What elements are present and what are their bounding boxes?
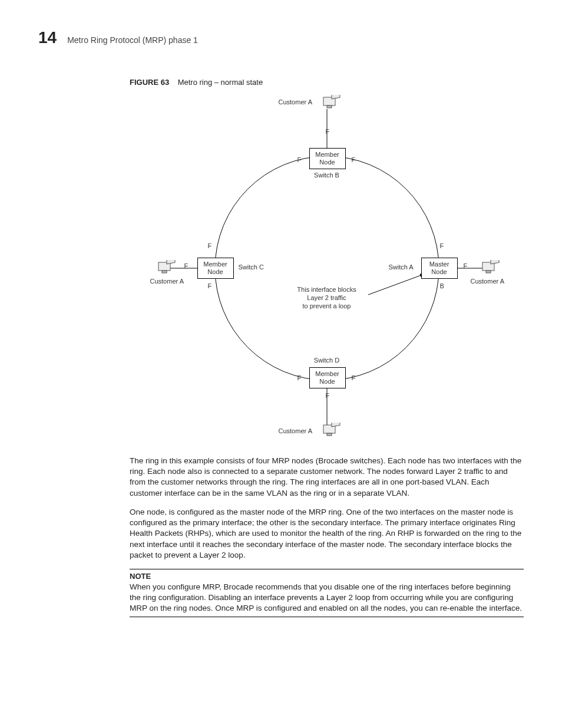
svg-rect-14 [167,260,175,264]
switch-label-c: Switch C [239,263,264,271]
port-f: F [352,156,356,163]
note-heading: NOTE [130,572,524,581]
svg-rect-10 [327,433,332,436]
switch-label-b: Switch B [314,172,339,179]
port-f: F [464,262,468,269]
svg-rect-11 [332,423,340,427]
note-rule-bottom [130,617,524,617]
pc-icon [480,260,500,275]
master-node: MasterNode [421,258,458,279]
figure-caption: FIGURE 63 Metro ring – normal state [130,78,524,87]
annotation-text: This interface blocksLayer 2 trafficto p… [297,286,356,310]
member-node-left: MemberNode [197,258,234,279]
body-paragraph-1: The ring in this example consists of fou… [130,456,524,499]
svg-rect-7 [327,106,332,108]
note-rule-top [130,569,524,569]
port-f: F [208,242,212,249]
svg-rect-16 [486,271,491,273]
port-f: F [352,374,356,381]
member-node-bottom: MemberNode [309,367,346,388]
switch-label-a: Switch A [389,263,414,271]
chapter-number: 14 [38,28,57,47]
figure-label: FIGURE 63 [130,78,169,87]
customer-label-right: Customer A [471,278,504,285]
member-node-top: MemberNode [309,148,346,169]
customer-label-top: Customer A [279,98,312,106]
pc-icon [321,95,341,110]
pc-icon [321,423,341,438]
page-header: 14 Metro Ring Protocol (MRP) phase 1 [38,28,524,47]
chapter-title: Metro Ring Protocol (MRP) phase 1 [67,35,198,45]
port-b: B [440,282,444,289]
pc-icon [156,260,176,275]
port-f: F [297,374,302,381]
svg-rect-8 [332,95,340,99]
port-f: F [326,392,330,399]
note-text: When you configure MRP, Brocade recommen… [130,582,524,614]
port-f: F [184,262,189,269]
svg-rect-17 [491,260,499,264]
port-f: F [297,156,302,163]
body-paragraph-2: One node, is configured as the master no… [130,507,524,561]
switch-label-d: Switch D [314,357,339,364]
customer-label-bottom: Customer A [279,427,312,434]
port-f: F [440,242,444,249]
ring-diagram: Customer A Customer A Customer A Custome… [138,91,515,445]
port-f: F [326,128,330,135]
svg-line-5 [368,274,424,295]
customer-label-left: Customer A [150,278,184,285]
port-f: F [208,282,212,289]
svg-rect-13 [162,271,167,273]
figure-title: Metro ring – normal state [178,78,263,87]
